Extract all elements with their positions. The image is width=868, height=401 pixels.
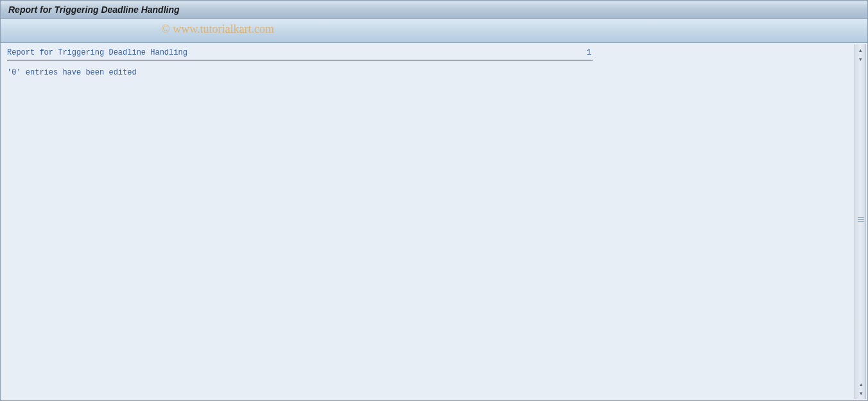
window-title: Report for Triggering Deadline Handling — [8, 4, 180, 15]
report-body: '0' entries have been edited — [2, 60, 853, 85]
report-message: '0' entries have been edited — [7, 68, 137, 77]
scroll-down-icon[interactable]: ▾ — [855, 55, 865, 64]
scroll-up-icon[interactable]: ▴ — [855, 46, 865, 55]
watermark-text: © www.tutorialkart.com — [161, 22, 274, 36]
window-frame: Report for Triggering Deadline Handling … — [0, 0, 868, 401]
report-page-number: 1 — [587, 48, 848, 57]
scroll-down-bottom-icon[interactable]: ▾ — [856, 389, 866, 398]
title-bar: Report for Triggering Deadline Handling — [1, 1, 867, 19]
toolbar: © www.tutorialkart.com — [1, 19, 867, 43]
report-header-title: Report for Triggering Deadline Handling — [7, 48, 187, 57]
scroll-grip-icon[interactable] — [858, 216, 864, 227]
report-header: Report for Triggering Deadline Handling … — [2, 44, 853, 58]
scroll-up-bottom-icon[interactable]: ▴ — [856, 380, 866, 389]
content-area: Report for Triggering Deadline Handling … — [2, 44, 853, 399]
vertical-scrollbar[interactable]: ▴ ▾ ▴ ▾ — [855, 44, 866, 399]
